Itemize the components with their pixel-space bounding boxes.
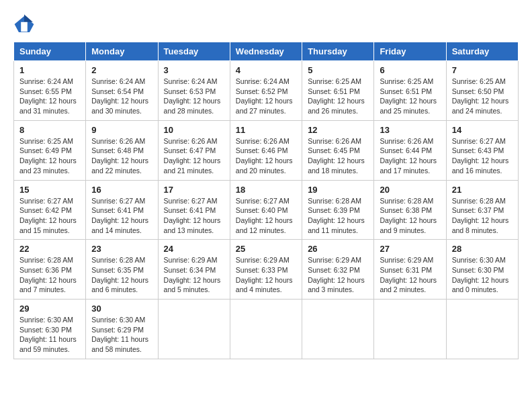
calendar-cell: 8Sunrise: 6:25 AMSunset: 6:49 PMDaylight… bbox=[14, 120, 86, 180]
week-row: 1Sunrise: 6:24 AMSunset: 6:55 PMDaylight… bbox=[14, 61, 519, 121]
weekday-saturday: Saturday bbox=[446, 42, 518, 61]
day-number: 6 bbox=[380, 65, 440, 75]
day-info: Sunrise: 6:30 AMSunset: 6:30 PMDaylight:… bbox=[19, 315, 80, 355]
day-number: 1 bbox=[19, 65, 80, 75]
calendar-cell: 17Sunrise: 6:27 AMSunset: 6:41 PMDayligh… bbox=[158, 180, 230, 240]
calendar-cell: 21Sunrise: 6:28 AMSunset: 6:37 PMDayligh… bbox=[446, 180, 518, 240]
day-info: Sunrise: 6:26 AMSunset: 6:46 PMDaylight:… bbox=[236, 136, 296, 176]
day-info: Sunrise: 6:27 AMSunset: 6:43 PMDaylight:… bbox=[452, 136, 513, 176]
calendar-cell bbox=[230, 300, 302, 359]
calendar-cell: 11Sunrise: 6:26 AMSunset: 6:46 PMDayligh… bbox=[230, 120, 302, 180]
calendar-cell: 20Sunrise: 6:28 AMSunset: 6:38 PMDayligh… bbox=[374, 180, 446, 240]
day-info: Sunrise: 6:25 AMSunset: 6:51 PMDaylight:… bbox=[308, 77, 368, 116]
calendar-cell bbox=[302, 300, 374, 359]
calendar: SundayMondayTuesdayWednesdayThursdayFrid… bbox=[13, 42, 519, 359]
day-number: 2 bbox=[91, 65, 152, 75]
calendar-cell: 4Sunrise: 6:24 AMSunset: 6:52 PMDaylight… bbox=[230, 61, 302, 121]
calendar-cell: 14Sunrise: 6:27 AMSunset: 6:43 PMDayligh… bbox=[446, 120, 518, 180]
calendar-cell bbox=[374, 300, 446, 359]
day-info: Sunrise: 6:25 AMSunset: 6:49 PMDaylight:… bbox=[19, 136, 80, 176]
calendar-body: 1Sunrise: 6:24 AMSunset: 6:55 PMDaylight… bbox=[14, 61, 519, 359]
calendar-cell: 12Sunrise: 6:26 AMSunset: 6:45 PMDayligh… bbox=[302, 120, 374, 180]
day-number: 29 bbox=[19, 304, 80, 314]
week-row: 22Sunrise: 6:28 AMSunset: 6:36 PMDayligh… bbox=[14, 240, 519, 300]
calendar-cell: 7Sunrise: 6:25 AMSunset: 6:50 PMDaylight… bbox=[446, 61, 518, 121]
day-number: 15 bbox=[19, 185, 80, 195]
weekday-wednesday: Wednesday bbox=[230, 42, 302, 61]
day-info: Sunrise: 6:27 AMSunset: 6:40 PMDaylight:… bbox=[236, 196, 296, 236]
calendar-cell: 28Sunrise: 6:30 AMSunset: 6:30 PMDayligh… bbox=[446, 240, 518, 300]
day-number: 28 bbox=[452, 244, 513, 254]
day-number: 30 bbox=[91, 304, 152, 314]
day-number: 10 bbox=[164, 125, 224, 135]
calendar-cell: 15Sunrise: 6:27 AMSunset: 6:42 PMDayligh… bbox=[14, 180, 86, 240]
weekday-header-row: SundayMondayTuesdayWednesdayThursdayFrid… bbox=[14, 42, 519, 61]
week-row: 15Sunrise: 6:27 AMSunset: 6:42 PMDayligh… bbox=[14, 180, 519, 240]
logo bbox=[13, 13, 38, 35]
day-info: Sunrise: 6:28 AMSunset: 6:36 PMDaylight:… bbox=[19, 255, 80, 295]
day-info: Sunrise: 6:28 AMSunset: 6:37 PMDaylight:… bbox=[452, 196, 513, 236]
calendar-cell: 9Sunrise: 6:26 AMSunset: 6:48 PMDaylight… bbox=[86, 120, 158, 180]
day-info: Sunrise: 6:24 AMSunset: 6:54 PMDaylight:… bbox=[91, 77, 152, 116]
day-number: 13 bbox=[380, 125, 440, 135]
calendar-cell: 18Sunrise: 6:27 AMSunset: 6:40 PMDayligh… bbox=[230, 180, 302, 240]
calendar-cell: 19Sunrise: 6:28 AMSunset: 6:39 PMDayligh… bbox=[302, 180, 374, 240]
weekday-thursday: Thursday bbox=[302, 42, 374, 61]
page-header bbox=[13, 13, 519, 35]
day-info: Sunrise: 6:29 AMSunset: 6:31 PMDaylight:… bbox=[380, 255, 440, 295]
day-info: Sunrise: 6:28 AMSunset: 6:35 PMDaylight:… bbox=[91, 255, 152, 295]
day-info: Sunrise: 6:30 AMSunset: 6:29 PMDaylight:… bbox=[91, 315, 152, 355]
day-number: 14 bbox=[452, 125, 513, 135]
day-number: 4 bbox=[236, 65, 296, 75]
calendar-cell: 29Sunrise: 6:30 AMSunset: 6:30 PMDayligh… bbox=[14, 300, 86, 359]
day-info: Sunrise: 6:25 AMSunset: 6:51 PMDaylight:… bbox=[380, 77, 440, 116]
calendar-cell: 10Sunrise: 6:26 AMSunset: 6:47 PMDayligh… bbox=[158, 120, 230, 180]
day-info: Sunrise: 6:28 AMSunset: 6:38 PMDaylight:… bbox=[380, 196, 440, 236]
day-number: 7 bbox=[452, 65, 513, 75]
day-info: Sunrise: 6:26 AMSunset: 6:47 PMDaylight:… bbox=[164, 136, 224, 176]
calendar-cell: 1Sunrise: 6:24 AMSunset: 6:55 PMDaylight… bbox=[14, 61, 86, 121]
day-info: Sunrise: 6:30 AMSunset: 6:30 PMDaylight:… bbox=[452, 255, 513, 295]
day-info: Sunrise: 6:26 AMSunset: 6:48 PMDaylight:… bbox=[91, 136, 152, 176]
day-info: Sunrise: 6:28 AMSunset: 6:39 PMDaylight:… bbox=[308, 196, 368, 236]
calendar-cell: 2Sunrise: 6:24 AMSunset: 6:54 PMDaylight… bbox=[86, 61, 158, 121]
day-number: 5 bbox=[308, 65, 368, 75]
weekday-monday: Monday bbox=[86, 42, 158, 61]
day-info: Sunrise: 6:27 AMSunset: 6:42 PMDaylight:… bbox=[19, 196, 80, 236]
calendar-cell bbox=[158, 300, 230, 359]
day-info: Sunrise: 6:24 AMSunset: 6:55 PMDaylight:… bbox=[19, 77, 80, 116]
week-row: 29Sunrise: 6:30 AMSunset: 6:30 PMDayligh… bbox=[14, 300, 519, 359]
day-number: 25 bbox=[236, 244, 296, 254]
day-number: 8 bbox=[19, 125, 80, 135]
svg-rect-2 bbox=[21, 22, 28, 32]
calendar-cell bbox=[446, 300, 518, 359]
calendar-cell: 13Sunrise: 6:26 AMSunset: 6:44 PMDayligh… bbox=[374, 120, 446, 180]
day-number: 20 bbox=[380, 185, 440, 195]
day-number: 22 bbox=[19, 244, 80, 254]
day-info: Sunrise: 6:29 AMSunset: 6:32 PMDaylight:… bbox=[308, 255, 368, 295]
calendar-cell: 30Sunrise: 6:30 AMSunset: 6:29 PMDayligh… bbox=[86, 300, 158, 359]
week-row: 8Sunrise: 6:25 AMSunset: 6:49 PMDaylight… bbox=[14, 120, 519, 180]
day-number: 17 bbox=[164, 185, 224, 195]
calendar-cell: 16Sunrise: 6:27 AMSunset: 6:41 PMDayligh… bbox=[86, 180, 158, 240]
day-number: 27 bbox=[380, 244, 440, 254]
day-number: 16 bbox=[91, 185, 152, 195]
day-info: Sunrise: 6:24 AMSunset: 6:52 PMDaylight:… bbox=[236, 77, 296, 116]
day-info: Sunrise: 6:29 AMSunset: 6:34 PMDaylight:… bbox=[164, 255, 224, 295]
day-number: 26 bbox=[308, 244, 368, 254]
calendar-cell: 23Sunrise: 6:28 AMSunset: 6:35 PMDayligh… bbox=[86, 240, 158, 300]
calendar-cell: 5Sunrise: 6:25 AMSunset: 6:51 PMDaylight… bbox=[302, 61, 374, 121]
day-info: Sunrise: 6:24 AMSunset: 6:53 PMDaylight:… bbox=[164, 77, 224, 116]
day-info: Sunrise: 6:26 AMSunset: 6:44 PMDaylight:… bbox=[380, 136, 440, 176]
day-number: 24 bbox=[164, 244, 224, 254]
calendar-cell: 27Sunrise: 6:29 AMSunset: 6:31 PMDayligh… bbox=[374, 240, 446, 300]
day-number: 12 bbox=[308, 125, 368, 135]
day-number: 23 bbox=[91, 244, 152, 254]
calendar-cell: 22Sunrise: 6:28 AMSunset: 6:36 PMDayligh… bbox=[14, 240, 86, 300]
day-info: Sunrise: 6:29 AMSunset: 6:33 PMDaylight:… bbox=[236, 255, 296, 295]
day-number: 11 bbox=[236, 125, 296, 135]
calendar-cell: 24Sunrise: 6:29 AMSunset: 6:34 PMDayligh… bbox=[158, 240, 230, 300]
day-number: 3 bbox=[164, 65, 224, 75]
day-number: 9 bbox=[91, 125, 152, 135]
day-number: 18 bbox=[236, 185, 296, 195]
